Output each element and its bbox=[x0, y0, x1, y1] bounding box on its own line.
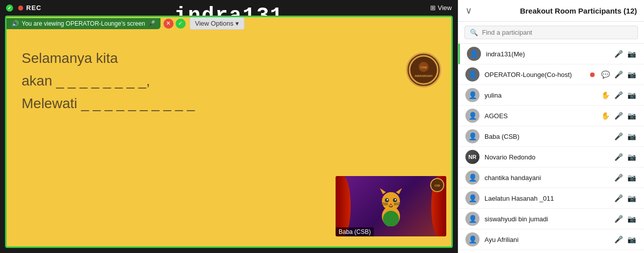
small-video-panel: CSB Baba (CSB) bbox=[336, 176, 446, 236]
rec-badge: REC bbox=[6, 4, 41, 12]
participant-name: Baba (CSB) bbox=[485, 133, 608, 140]
participant-row[interactable]: 👤 OPERATOR-Lounge(Co-host) ⏺ 💬 🎤 📷 bbox=[458, 64, 644, 85]
avatar: NR bbox=[465, 150, 479, 164]
cam-icon: 📷 bbox=[626, 151, 637, 162]
notif-icon-green[interactable]: ✓ bbox=[176, 19, 186, 29]
cam-icon: 📷 bbox=[626, 131, 637, 142]
participant-name: chantika handayani bbox=[485, 174, 608, 182]
participant-icons: 🎤 📷 bbox=[613, 151, 637, 162]
sidebar-title: Breakout Room Participants (12) bbox=[520, 7, 637, 15]
search-input-wrapper: 🔍 bbox=[464, 26, 638, 39]
mute-mic-icon: 🎤 bbox=[613, 151, 624, 162]
cam-icon: 📷 bbox=[626, 213, 637, 224]
cam-icon: 📷 bbox=[626, 234, 637, 245]
view-options-button[interactable]: View Options ▾ bbox=[190, 17, 245, 30]
mute-mic-icon: 🎤 bbox=[613, 110, 624, 121]
mute-mic-icon: 🎤 bbox=[613, 172, 624, 183]
participant-row[interactable]: 👤 yulina ✋ 🎤 📷 bbox=[458, 85, 644, 106]
view-options-label: View Options bbox=[195, 20, 233, 27]
avatar: 👤 bbox=[465, 109, 479, 123]
participant-row[interactable]: NR Novario Redondo 🎤 📷 bbox=[458, 147, 644, 167]
slide-line1: Selamanya kita bbox=[22, 50, 118, 66]
participant-row[interactable]: 👤 Nasila 🎤 📷 bbox=[458, 250, 644, 253]
svg-text:CSB: CSB bbox=[421, 66, 427, 69]
participant-icons: 🎤 📷 bbox=[613, 48, 637, 59]
avatar: 👤 bbox=[467, 47, 481, 61]
participant-row[interactable]: 👤 chantika handayani 🎤 📷 bbox=[458, 167, 644, 188]
notif-icon-red[interactable]: ✕ bbox=[164, 19, 174, 29]
sidebar-header: ∨ Breakout Room Participants (12) bbox=[458, 0, 644, 22]
hand-raise-icon: ✋ bbox=[600, 110, 611, 121]
view-icon: ⊞ bbox=[430, 4, 436, 12]
avatar: 👤 bbox=[465, 212, 479, 226]
slide-text: Selamanya kita akan _ _ _ _ _ _ _ _, Mel… bbox=[22, 47, 195, 115]
participant-name: Ayu Afriliani bbox=[485, 236, 608, 243]
rec-label: REC bbox=[26, 4, 41, 12]
rec-dot bbox=[6, 5, 13, 12]
search-input[interactable] bbox=[482, 29, 632, 36]
avatar: 👤 bbox=[465, 232, 479, 246]
screen-share-wrapper: 🔊 You are viewing OPERATOR-Lounge's scre… bbox=[5, 16, 453, 248]
participant-row[interactable]: 👤 AGOES ✋ 🎤 📷 bbox=[458, 106, 644, 126]
speaker-icon: 🔊 bbox=[12, 20, 19, 27]
participant-name: indra131(Me) bbox=[486, 50, 608, 58]
mute-cam-icon: 📷 bbox=[626, 48, 637, 59]
rec-icon: ⏺ bbox=[587, 69, 598, 80]
rec-indicator bbox=[18, 6, 23, 11]
participant-name: yulina bbox=[485, 92, 595, 99]
view-label: View bbox=[438, 4, 452, 12]
notification-left: 🔊 You are viewing OPERATOR-Lounge's scre… bbox=[7, 17, 245, 30]
participant-name: Novario Redondo bbox=[485, 153, 608, 161]
participant-row[interactable]: 👤 Baba (CSB) 🎤 📷 bbox=[458, 126, 644, 147]
cam-icon: 📷 bbox=[626, 193, 637, 204]
notification-badge: 🔊 You are viewing OPERATOR-Lounge's scre… bbox=[7, 18, 160, 29]
svg-text:CSB: CSB bbox=[435, 184, 440, 187]
participant-icons: 🎤 📷 bbox=[613, 172, 637, 183]
cam-icon: 📷 bbox=[626, 172, 637, 183]
svg-marker-8 bbox=[396, 188, 402, 194]
participant-icons: ✋ 🎤 📷 bbox=[600, 110, 637, 121]
svg-marker-7 bbox=[380, 188, 386, 194]
slide-line2: akan _ _ _ _ _ _ _ _, bbox=[22, 73, 150, 89]
participant-row[interactable]: 👤 indra131(Me) 🎤 📷 bbox=[458, 44, 644, 64]
slide-line3: Melewati _ _ _ _ _ _ _ _ _ _ bbox=[22, 96, 195, 111]
view-button[interactable]: ⊞ View bbox=[430, 4, 452, 12]
participant-icons: 🎤 📷 bbox=[613, 234, 637, 245]
screen-notification: 🔊 You are viewing OPERATOR-Lounge's scre… bbox=[7, 17, 451, 30]
sidebar: ∨ Breakout Room Participants (12) 🔍 👤 in… bbox=[458, 0, 644, 253]
mute-mic-icon: 🎤 bbox=[613, 69, 624, 80]
participant-name: Laelatun Hasanah _011 bbox=[485, 195, 608, 202]
participant-row[interactable]: 👤 Laelatun Hasanah _011 🎤 📷 bbox=[458, 188, 644, 209]
mute-mic-icon: 🎤 bbox=[613, 90, 624, 101]
sidebar-collapse-button[interactable]: ∨ bbox=[465, 5, 472, 16]
participants-list: 👤 indra131(Me) 🎤 📷 👤 OPERATOR-Lounge(Co-… bbox=[458, 44, 644, 253]
participant-icons: 🎤 📷 bbox=[613, 213, 637, 224]
notification-text: You are viewing OPERATOR-Lounge's screen bbox=[22, 20, 145, 27]
svg-text:ANNIVERSARY: ANNIVERSARY bbox=[415, 74, 433, 77]
participant-name: AGOES bbox=[485, 112, 595, 120]
participant-icons: 🎤 📷 bbox=[613, 193, 637, 204]
cam-icon: 📷 bbox=[626, 110, 637, 121]
participant-name: siswahyudi bin jumadi bbox=[485, 215, 608, 223]
participant-row[interactable]: 👤 siswahyudi bin jumadi 🎤 📷 bbox=[458, 209, 644, 229]
hand-raise-icon: ✋ bbox=[600, 90, 611, 101]
main-area: REC indra131 ⊞ View 🔊 You are viewing OP… bbox=[0, 0, 458, 253]
svg-point-5 bbox=[383, 211, 399, 226]
chat-icon: 💬 bbox=[600, 69, 611, 80]
video-logo: CSB bbox=[430, 178, 444, 192]
mute-cam-icon: 📷 bbox=[626, 69, 637, 80]
avatar: 👤 bbox=[465, 88, 479, 102]
notification-icons: ✕ ✓ bbox=[164, 19, 186, 29]
participant-row[interactable]: 👤 Ayu Afriliani 🎤 📷 bbox=[458, 229, 644, 250]
participant-name: OPERATOR-Lounge(Co-host) bbox=[485, 71, 582, 78]
slide-logo: CSB ANNIVERSARY bbox=[406, 52, 441, 88]
svg-point-6 bbox=[382, 192, 400, 210]
avatar: 👤 bbox=[465, 191, 479, 205]
participant-icons: ✋ 🎤 📷 bbox=[600, 90, 637, 101]
search-box: 🔍 bbox=[458, 22, 644, 44]
mute-mic-icon: 🎤 bbox=[613, 234, 624, 245]
participant-icons: 🎤 📷 bbox=[613, 131, 637, 142]
chevron-down-icon: ▾ bbox=[235, 20, 239, 27]
mute-mic-icon: 🎤 bbox=[613, 193, 624, 204]
avatar: 👤 bbox=[465, 129, 479, 143]
